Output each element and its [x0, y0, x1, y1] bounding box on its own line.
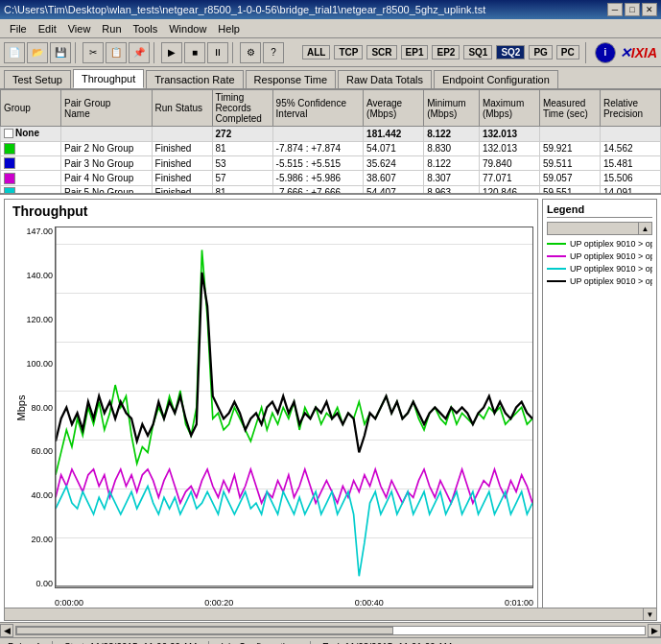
- cell-time: 59.551: [539, 185, 600, 195]
- toolbar-stop-btn[interactable]: ■: [184, 42, 205, 63]
- badge-all[interactable]: ALL: [302, 45, 330, 60]
- badge-pg[interactable]: PG: [529, 45, 552, 60]
- scroll-left-btn[interactable]: ◀: [0, 624, 13, 637]
- toolbar-right: ALL TCP SCR EP1 EP2 SQ1 SQ2 PG PC i ✕IXI…: [302, 42, 657, 63]
- toolbar-new-btn[interactable]: 📄: [4, 42, 25, 63]
- cell-group: [1, 185, 61, 195]
- legend-up-arrow[interactable]: ▲: [638, 223, 651, 234]
- chart-section: Throughput 0.00 20.00 40.00 60.00 80.00 …: [0, 195, 661, 622]
- menu-tools[interactable]: Tools: [128, 21, 164, 36]
- tab-endpoint-config[interactable]: Endpoint Configuration: [434, 70, 558, 88]
- scrollbar-thumb[interactable]: [16, 627, 393, 634]
- cell-maximum: 120.846: [479, 185, 539, 195]
- cell-average: 181.442: [364, 127, 424, 142]
- maximize-button[interactable]: □: [625, 3, 640, 16]
- cell-interval: -7.666 : +7.666: [272, 185, 364, 195]
- cell-records: 53: [212, 155, 272, 170]
- table-area: Group Pair GroupName Run Status Timing R…: [0, 89, 661, 195]
- scroll-right-btn[interactable]: ▶: [648, 624, 661, 637]
- toolbar-copy-btn[interactable]: 📋: [106, 42, 127, 63]
- badge-ep1[interactable]: EP1: [401, 45, 429, 60]
- cell-interval: -5.515 : +5.515: [272, 155, 364, 170]
- menu-edit[interactable]: Edit: [33, 21, 62, 36]
- tab-response-time[interactable]: Response Time: [246, 70, 336, 88]
- legend-line-cyan: [547, 268, 566, 270]
- col-maximum: Maximum(Mbps): [479, 90, 539, 127]
- legend-label-cyan: UP optiplex 9010 > optip: [570, 264, 652, 274]
- color-icon: [4, 187, 15, 195]
- cell-name: Pair 2 No Group: [61, 141, 153, 155]
- tab-bar: Test Setup Throughput Transaction Rate R…: [0, 67, 661, 89]
- badge-sq1[interactable]: SQ1: [463, 45, 492, 60]
- legend-label-magenta: UP optiplex 9010 > optip: [570, 251, 652, 261]
- cell-name: Pair 5 No Group: [61, 185, 153, 195]
- cell-status: Finished: [152, 141, 212, 155]
- status-sep1: [52, 641, 53, 645]
- tab-test-setup[interactable]: Test Setup: [4, 70, 71, 88]
- y-tick-60: 60.00: [7, 446, 53, 456]
- cell-group-label: None: [15, 128, 39, 138]
- ixia-logo: ✕IXIA: [620, 45, 657, 60]
- y-tick-147: 147.00: [7, 227, 53, 236]
- chart-svg: [56, 227, 532, 587]
- tab-transaction-rate[interactable]: Transaction Rate: [146, 70, 243, 88]
- status-sep2: [208, 641, 209, 645]
- legend-scroll-down[interactable]: ▼: [4, 608, 657, 621]
- cell-group: [1, 155, 61, 170]
- legend-label-green: UP optiplex 9010 > optip: [570, 239, 652, 249]
- badge-ep2[interactable]: EP2: [432, 45, 460, 60]
- toolbar-open-btn[interactable]: 📂: [27, 42, 48, 63]
- toolbar-paste-btn[interactable]: 📌: [129, 42, 150, 63]
- scrollbar-track[interactable]: [15, 626, 646, 635]
- table-row: Pair 5 No Group Finished 81 -7.666 : +7.…: [1, 185, 661, 195]
- menu-window[interactable]: Window: [163, 21, 212, 36]
- color-icon: [4, 143, 15, 155]
- toolbar-settings-btn[interactable]: ⚙: [240, 42, 261, 63]
- minimize-button[interactable]: ─: [607, 3, 623, 16]
- cell-precision: 14.091: [600, 185, 660, 195]
- toolbar-run-btn[interactable]: ▶: [161, 42, 182, 63]
- title-text: C:\Users\Tim\Desktop\wlan_tests\netgear_…: [4, 4, 607, 15]
- cell-records: 81: [212, 141, 272, 155]
- color-icon: [4, 173, 15, 184]
- status-sep3: [310, 641, 311, 645]
- cell-interval: -7.874 : +7.874: [272, 141, 364, 155]
- menu-run[interactable]: Run: [96, 21, 127, 36]
- tab-throughput[interactable]: Throughput: [73, 69, 144, 88]
- cell-precision: 15.481: [600, 155, 660, 170]
- cell-maximum: 132.013: [479, 141, 539, 155]
- menu-help[interactable]: Help: [212, 21, 246, 36]
- y-axis-title: Mbps: [15, 394, 27, 420]
- toolbar-info-btn[interactable]: i: [595, 42, 616, 63]
- legend-item-black: UP optiplex 9010 > optip: [547, 276, 652, 286]
- legend-down-arrow[interactable]: ▼: [643, 608, 656, 620]
- legend-panel: Legend ▲ UP optiplex 9010 > optip UP opt…: [542, 199, 657, 618]
- toolbar-cut-btn[interactable]: ✂: [83, 42, 104, 63]
- cell-group: [1, 171, 61, 185]
- badge-tcp[interactable]: TCP: [334, 45, 363, 60]
- x-tick-0: 0:00:00: [55, 598, 83, 608]
- badge-sq2[interactable]: SQ2: [496, 45, 525, 60]
- x-tick-20: 0:00:20: [204, 598, 233, 608]
- close-button[interactable]: ✕: [642, 3, 657, 16]
- col-group: Group: [1, 90, 61, 127]
- x-tick-60: 0:01:00: [505, 598, 533, 608]
- y-tick-140: 140.00: [7, 271, 53, 280]
- series-cyan: [56, 487, 532, 577]
- cell-time: 59.511: [539, 155, 600, 170]
- legend-label-black: UP optiplex 9010 > optip: [570, 276, 652, 286]
- chart-plot: [55, 227, 533, 588]
- toolbar-pause-btn[interactable]: ⏸: [207, 42, 228, 63]
- menu-view[interactable]: View: [62, 21, 97, 36]
- checkbox-icon[interactable]: [4, 129, 13, 138]
- menu-file[interactable]: File: [4, 21, 33, 36]
- toolbar-save-btn[interactable]: 💾: [50, 42, 71, 63]
- cell-records: 272: [212, 127, 272, 142]
- cell-minimum: 8.122: [424, 127, 480, 142]
- badge-pc[interactable]: PC: [556, 45, 579, 60]
- toolbar-help-btn[interactable]: ?: [263, 42, 284, 63]
- tab-raw-data-totals[interactable]: Raw Data Totals: [338, 70, 432, 88]
- toolbar-sep4: [585, 42, 589, 63]
- badge-scr[interactable]: SCR: [366, 45, 396, 60]
- legend-scroll-up[interactable]: ▲: [547, 222, 652, 235]
